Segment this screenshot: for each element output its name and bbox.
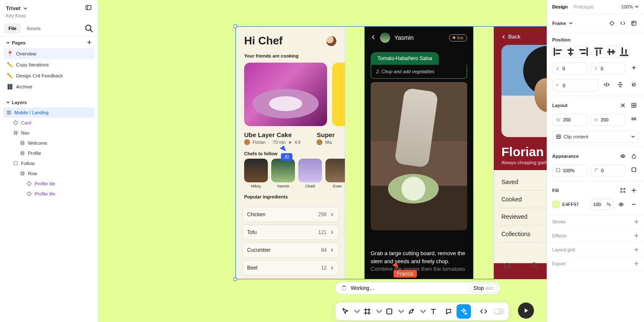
tool-frame[interactable] — [360, 304, 374, 319]
section-stroke[interactable]: Stroke — [547, 215, 644, 229]
ai-stop-button[interactable]: Stop esc — [470, 283, 497, 293]
fill-visible[interactable] — [616, 199, 627, 209]
tool-text[interactable] — [426, 304, 440, 319]
svg-point-1 — [85, 25, 91, 30]
fill-add[interactable] — [629, 185, 639, 195]
autolayout-add[interactable] — [629, 100, 639, 110]
panel-toggle-icon[interactable] — [85, 4, 92, 12]
fill-styles[interactable] — [618, 185, 628, 195]
tool-devmode[interactable] — [476, 304, 491, 319]
layer-row[interactable]: Profile — [3, 148, 94, 158]
code-icon[interactable] — [618, 18, 628, 28]
align-bottom[interactable] — [619, 46, 630, 57]
devmode-toggle[interactable] — [493, 308, 504, 315]
svg-rect-7 — [632, 21, 636, 25]
clip-content-select[interactable]: Clip content — [552, 131, 639, 143]
layer-row[interactable]: Card — [3, 118, 94, 128]
page-item[interactable]: 🗄️Archive — [3, 81, 94, 92]
layer-type-icon — [13, 160, 19, 166]
layer-row[interactable]: Profile tile — [3, 179, 94, 189]
layer-row[interactable]: Mobile / Landing — [3, 107, 94, 118]
tool-ai[interactable] — [457, 304, 471, 319]
input-w[interactable]: W — [552, 114, 587, 126]
svg-rect-2 — [14, 162, 17, 165]
input-opacity[interactable] — [552, 165, 587, 176]
align-vcenter[interactable] — [606, 46, 617, 57]
visibility-icon[interactable] — [618, 151, 628, 161]
present-button[interactable] — [518, 303, 534, 319]
panel-tabs: Design Prototype 100% — [547, 0, 644, 14]
align-hcenter[interactable] — [565, 46, 576, 57]
layers-header[interactable]: Layers — [0, 96, 98, 107]
pages-title: Pages — [12, 40, 25, 45]
autolayout-collapse[interactable] — [618, 100, 628, 110]
input-rotation[interactable] — [552, 80, 598, 91]
search-button[interactable] — [84, 24, 94, 33]
tool-shape-more[interactable] — [397, 304, 403, 319]
tool-pen-more[interactable] — [419, 304, 425, 319]
section-layout-grid[interactable]: Layout grid — [547, 243, 644, 257]
tool-pen[interactable] — [404, 304, 418, 319]
plus-icon — [87, 40, 92, 45]
tool-move[interactable] — [338, 304, 352, 319]
radius-independent[interactable] — [629, 165, 639, 175]
chevron-down-icon — [631, 135, 635, 139]
page-item[interactable]: ✏️Design Crit Feedback — [3, 70, 94, 81]
svg-rect-12 — [632, 168, 636, 171]
fill-swatch[interactable] — [552, 201, 560, 208]
chevron-down-icon — [635, 5, 639, 9]
page-item[interactable]: 📍Overview — [3, 48, 94, 59]
input-h[interactable]: H — [591, 114, 626, 126]
input-radius[interactable] — [591, 165, 626, 176]
component-icon[interactable] — [629, 18, 639, 28]
tool-frame-more[interactable] — [375, 304, 381, 319]
project-subtitle: Key flows — [6, 13, 92, 18]
zoom-control[interactable]: 100% — [621, 4, 639, 9]
layer-row[interactable]: Profile tile — [3, 189, 94, 199]
tab-file[interactable]: File — [4, 23, 21, 33]
canvas[interactable]: Hi Chef Your friends are cooking Ube Lay… — [98, 0, 547, 322]
input-y[interactable]: Y — [591, 63, 626, 74]
fill-hex[interactable] — [562, 202, 588, 207]
resize-handle[interactable] — [234, 278, 237, 281]
flip-v[interactable] — [615, 80, 625, 90]
svg-point-14 — [624, 188, 625, 190]
link-wh[interactable] — [629, 114, 639, 124]
resize-handle[interactable] — [234, 25, 237, 28]
fill-alpha[interactable] — [593, 202, 605, 207]
autolayout-icon[interactable] — [607, 18, 617, 28]
left-sidebar: Trivet Key flows File Assets Pages — [0, 0, 98, 322]
rotate-90[interactable] — [629, 80, 639, 90]
svg-point-15 — [621, 191, 622, 193]
tab-prototype[interactable]: Prototype — [574, 4, 594, 9]
layer-type-icon — [19, 140, 25, 146]
align-left[interactable] — [553, 46, 564, 57]
svg-point-17 — [621, 204, 622, 205]
pages-header[interactable]: Pages — [0, 36, 98, 47]
align-h-group — [552, 46, 589, 58]
align-top[interactable] — [593, 46, 604, 57]
tool-comment[interactable] — [441, 304, 456, 319]
layer-row[interactable]: Row — [3, 168, 94, 179]
flip-h[interactable] — [602, 80, 612, 90]
tab-design[interactable]: Design — [552, 4, 568, 9]
svg-rect-5 — [387, 309, 392, 314]
tool-shape[interactable] — [382, 304, 396, 319]
layer-row[interactable]: Welcome — [3, 138, 94, 148]
page-item[interactable]: ✏️Copy Iterations — [3, 59, 94, 70]
fill-remove[interactable] — [629, 199, 639, 209]
layer-row[interactable]: Follow — [3, 158, 94, 168]
frame-type-select[interactable]: Frame — [552, 21, 573, 26]
position-more[interactable] — [629, 63, 639, 73]
input-x[interactable]: X — [552, 63, 587, 74]
add-page-button[interactable] — [87, 40, 92, 46]
tool-move-more[interactable] — [353, 304, 359, 319]
layer-row[interactable]: Nav — [3, 128, 94, 138]
section-export[interactable]: Export — [547, 257, 644, 271]
section-effects[interactable]: Effects — [547, 229, 644, 243]
blend-icon[interactable] — [629, 151, 639, 161]
plus-icon — [634, 247, 639, 252]
project-title[interactable]: Trivet — [6, 5, 28, 11]
tab-assets[interactable]: Assets — [22, 23, 45, 33]
align-right[interactable] — [578, 46, 589, 57]
